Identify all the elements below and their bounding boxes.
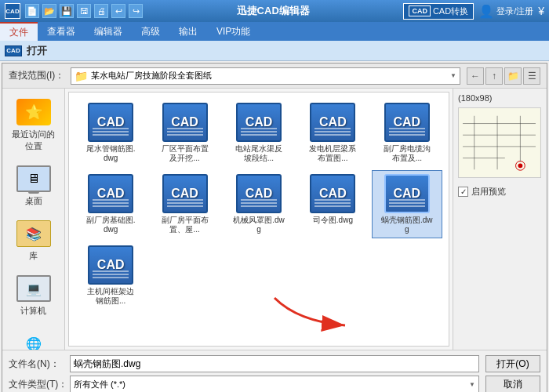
file-item-selected[interactable]: CAD 蜗壳钢筋图.dwg bbox=[372, 170, 442, 238]
menu-vip[interactable]: VIP功能 bbox=[207, 22, 260, 41]
menu-viewer[interactable]: 查看器 bbox=[38, 22, 85, 41]
sidebar-item-desktop[interactable]: 🖥 桌面 bbox=[5, 162, 61, 210]
file-item[interactable]: CAD 副厂房基础图.dwg bbox=[75, 170, 146, 238]
preview-size-label: (180x98) bbox=[458, 93, 542, 103]
file-item[interactable]: CAD 司令图.dwg bbox=[297, 170, 368, 238]
file-name: 厂区平面布置及开挖... bbox=[158, 144, 212, 163]
undo-icon[interactable]: ↩ bbox=[111, 4, 125, 18]
cad-file-icon: CAD bbox=[236, 174, 282, 213]
sidebar-item-library[interactable]: 📚 库 bbox=[5, 216, 61, 265]
toolbar: CAD 打开 bbox=[0, 41, 549, 61]
filetype-row: 文件类型(T)： 所有文件 (*.*) ▼ 取消 bbox=[9, 376, 540, 392]
file-item[interactable]: CAD 主机间框架边钢筋图... bbox=[75, 241, 146, 310]
open-file-dialog: 查找范围(I)： 📁 某水电站厂房技施阶段全套图纸 ▼ ← ↑ 📁 ☰ bbox=[2, 63, 547, 392]
menu-file[interactable]: 文件 bbox=[0, 22, 38, 41]
login-btn[interactable]: 👤 登录/注册 bbox=[478, 4, 533, 19]
cad-file-icon: CAD bbox=[162, 103, 208, 142]
cad-file-icon: CAD bbox=[310, 103, 355, 142]
cad-file-icon: CAD bbox=[236, 103, 282, 142]
path-selector[interactable]: 📁 某水电站厂房技施阶段全套图纸 ▼ bbox=[71, 67, 460, 85]
filename-row: 文件名(N)： 打开(O) bbox=[9, 355, 540, 372]
title-bar-icons: 📄 📂 💾 🖫 🖨 ↩ ↪ bbox=[25, 4, 143, 18]
print-icon[interactable]: 🖨 bbox=[94, 4, 108, 18]
toolbar-cad-logo: CAD bbox=[5, 45, 22, 56]
svg-point-9 bbox=[518, 163, 522, 168]
save-as-icon[interactable]: 🖫 bbox=[77, 4, 91, 18]
menu-editor[interactable]: 编辑器 bbox=[85, 22, 132, 41]
filetype-value: 所有文件 (*.*) bbox=[74, 379, 469, 390]
file-name: 发电机层梁系布置图... bbox=[306, 144, 359, 163]
filename-label: 文件名(N)： bbox=[9, 358, 64, 371]
cad-file-icon: CAD bbox=[88, 174, 133, 213]
cad-convert-btn[interactable]: CAD CAD转换 bbox=[403, 3, 474, 20]
svg-rect-0 bbox=[459, 108, 540, 177]
open-button[interactable]: 打开(O) bbox=[485, 355, 540, 372]
sidebar-recent-label: 最近访问的位置 bbox=[9, 129, 58, 152]
dialog-body: ⭐ 最近访问的位置 🖥 桌面 bbox=[2, 89, 547, 350]
sidebar: ⭐ 最近访问的位置 🖥 桌面 bbox=[2, 89, 65, 350]
enable-preview-label: 启用预览 bbox=[471, 186, 506, 198]
file-item[interactable]: CAD 机械风罩图.dwg bbox=[224, 170, 294, 238]
file-name: 机械风罩图.dwg bbox=[232, 216, 285, 234]
cad-file-icon-selected: CAD bbox=[384, 174, 430, 213]
menu-output[interactable]: 输出 bbox=[169, 22, 207, 41]
sidebar-item-recent[interactable]: ⭐ 最近访问的位置 bbox=[5, 95, 61, 155]
file-name: 副厂房电缆沟布置及... bbox=[380, 144, 434, 163]
sidebar-item-network[interactable]: 🌐 网络 bbox=[5, 326, 61, 350]
sidebar-library-label: 库 bbox=[29, 250, 38, 262]
redo-icon[interactable]: ↪ bbox=[129, 4, 143, 18]
file-name: 蜗壳钢筋图.dwg bbox=[380, 216, 434, 234]
nav-view-btn[interactable]: ☰ bbox=[523, 67, 540, 85]
cad-file-icon: CAD bbox=[384, 103, 430, 142]
toolbar-open-label: 打开 bbox=[27, 44, 47, 58]
dialog-bottom: 文件名(N)： 打开(O) 文件类型(T)： 所有文件 (*.*) ▼ 取消 bbox=[2, 350, 547, 392]
file-name: 司令图.dwg bbox=[313, 216, 353, 225]
file-item[interactable]: CAD 电站尾水渠反坡段结... bbox=[224, 99, 294, 167]
open-file-icon[interactable]: 📂 bbox=[42, 4, 56, 18]
enable-preview-row: ✓ 启用预览 bbox=[458, 186, 542, 198]
sidebar-computer-label: 计算机 bbox=[20, 305, 46, 317]
preview-panel: (180x98) bbox=[453, 89, 547, 350]
app-logo: CAD bbox=[5, 3, 20, 19]
nav-back-btn[interactable]: ← bbox=[467, 67, 484, 85]
nav-buttons: ← ↑ 📁 ☰ bbox=[467, 67, 540, 85]
dialog-header: 查找范围(I)： 📁 某水电站厂房技施阶段全套图纸 ▼ ← ↑ 📁 ☰ bbox=[2, 64, 547, 89]
file-item[interactable]: CAD 发电机层梁系布置图... bbox=[297, 99, 368, 167]
title-bar-right: CAD CAD转换 👤 登录/注册 ¥ bbox=[403, 3, 544, 20]
path-text: 某水电站厂房技施阶段全套图纸 bbox=[91, 70, 450, 82]
currency-icon: ¥ bbox=[538, 5, 544, 17]
filetype-dropdown-arrow: ▼ bbox=[469, 381, 475, 388]
save-file-icon[interactable]: 💾 bbox=[60, 4, 74, 18]
nav-new-folder-btn[interactable]: 📁 bbox=[504, 67, 522, 85]
file-item[interactable]: CAD 厂区平面布置及开挖... bbox=[149, 99, 220, 167]
file-name: 副厂房平面布置、屋... bbox=[158, 216, 212, 234]
file-grid: CAD 尾水管钢筋图.dwg CAD 厂区平面布置及开挖... CAD bbox=[68, 92, 449, 347]
title-bar: CAD 📄 📂 💾 🖫 🖨 ↩ ↪ 迅捷CAD编辑器 CAD CAD转换 👤 登… bbox=[0, 0, 549, 22]
menu-advanced[interactable]: 高级 bbox=[132, 22, 169, 41]
cad-file-icon: CAD bbox=[162, 174, 208, 213]
enable-preview-checkbox[interactable]: ✓ bbox=[458, 187, 468, 197]
new-file-icon[interactable]: 📄 bbox=[25, 4, 39, 18]
file-name: 电站尾水渠反坡段结... bbox=[232, 144, 285, 163]
sidebar-item-computer[interactable]: 💻 计算机 bbox=[5, 271, 61, 320]
path-dropdown-arrow: ▼ bbox=[450, 72, 456, 79]
cad-file-icon: CAD bbox=[88, 245, 133, 285]
file-name: 尾水管钢筋图.dwg bbox=[84, 144, 137, 163]
filetype-label: 文件类型(T)： bbox=[9, 378, 64, 391]
file-item[interactable]: CAD 尾水管钢筋图.dwg bbox=[75, 99, 146, 167]
cancel-button[interactable]: 取消 bbox=[485, 376, 540, 392]
file-item[interactable]: CAD 副厂房平面布置、屋... bbox=[149, 170, 220, 238]
cad-file-icon: CAD bbox=[88, 103, 133, 142]
preview-image bbox=[459, 108, 540, 177]
cad-file-icon: CAD bbox=[310, 174, 355, 213]
filetype-select[interactable]: 所有文件 (*.*) ▼ bbox=[70, 376, 479, 392]
file-item[interactable]: CAD 副厂房电缆沟布置及... bbox=[372, 99, 442, 167]
file-name: 主机间框架边钢筋图... bbox=[84, 287, 137, 306]
filename-input[interactable] bbox=[70, 355, 479, 372]
app-title: 迅捷CAD编辑器 bbox=[147, 4, 398, 18]
menu-bar: 文件 查看器 编辑器 高级 输出 VIP功能 bbox=[0, 22, 549, 41]
file-name: 副厂房基础图.dwg bbox=[84, 216, 137, 234]
sidebar-desktop-label: 桌面 bbox=[25, 195, 42, 207]
nav-up-btn[interactable]: ↑ bbox=[485, 67, 503, 85]
search-range-label: 查找范围(I)： bbox=[9, 69, 64, 82]
